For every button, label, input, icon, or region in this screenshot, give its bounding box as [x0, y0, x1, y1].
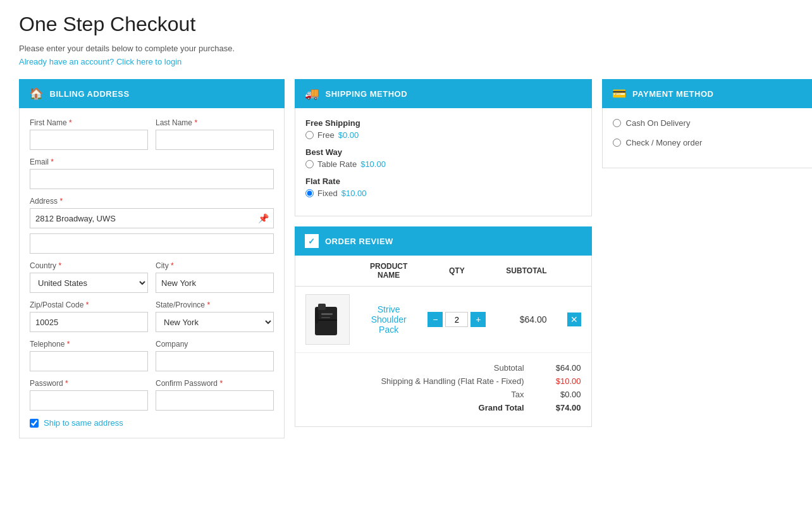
confirm-password-group: Confirm Password * — [156, 379, 274, 411]
remove-cell: ✕ — [557, 287, 591, 353]
fixed-option: Fixed $10.00 — [305, 189, 581, 198]
payment-section: 💳 PAYMENT METHOD Cash On Delivery Check … — [602, 79, 812, 438]
company-label: Company — [156, 340, 274, 349]
password-label: Password * — [30, 379, 148, 388]
svg-rect-2 — [321, 313, 333, 315]
check-money-label: Check / Money order — [626, 138, 703, 147]
company-group: Company — [156, 340, 274, 371]
order-totals: Subtotal $64.00 Shipping & Handling (Fla… — [295, 353, 591, 426]
tax-label: Tax — [360, 390, 524, 399]
password-group: Password * — [30, 379, 148, 411]
order-review-header: ✓ ORDER REVIEW — [295, 226, 592, 256]
qty-increase-button[interactable]: + — [471, 312, 486, 327]
shipping-header: 🚚 SHIPPING METHOD — [295, 79, 592, 108]
last-name-group: Last Name * — [156, 118, 274, 150]
best-way-title: Best Way — [305, 147, 581, 157]
email-input[interactable] — [30, 169, 274, 189]
login-link[interactable]: Already have an account? Click here to l… — [19, 57, 793, 66]
flat-rate-group: Flat Rate Fixed $10.00 — [305, 176, 581, 198]
page-subtitle: Please enter your details below to compl… — [19, 44, 793, 53]
card-icon: 💳 — [612, 87, 627, 101]
table-rate-option: Table Rate $10.00 — [305, 159, 581, 169]
last-name-label: Last Name * — [156, 118, 274, 127]
first-name-group: First Name * — [30, 118, 148, 150]
svg-rect-1 — [318, 304, 326, 310]
qty-input[interactable] — [445, 312, 468, 327]
grand-total-row: Grand Total $74.00 — [305, 403, 581, 412]
col-remove — [557, 256, 591, 287]
country-label: Country * — [30, 261, 148, 270]
payment-header: 💳 PAYMENT METHOD — [602, 79, 812, 108]
telephone-label: Telephone * — [30, 340, 148, 349]
qty-cell: − + — [417, 287, 496, 353]
address-input-2[interactable] — [30, 233, 274, 254]
cash-on-delivery-option: Cash On Delivery — [613, 118, 812, 128]
confirm-password-label: Confirm Password * — [156, 379, 274, 388]
home-icon: 🏠 — [29, 87, 44, 101]
product-name-link[interactable]: Strive Shoulder Pack — [371, 304, 407, 335]
state-label: State/Province * — [156, 300, 274, 309]
subtotal-cell: $64.00 — [496, 287, 557, 353]
city-input[interactable] — [156, 273, 274, 293]
address-label: Address * — [30, 197, 274, 206]
shipping-free-group: Free Shipping Free $0.00 — [305, 118, 581, 140]
free-shipping-option: Free $0.00 — [305, 130, 581, 140]
table-rate-price: $10.00 — [360, 159, 386, 169]
first-name-input[interactable] — [30, 130, 148, 150]
free-label: Free — [317, 130, 335, 140]
last-name-input[interactable] — [156, 130, 274, 150]
item-subtotal: $64.00 — [520, 314, 547, 325]
first-name-label: First Name * — [30, 118, 148, 127]
check-icon: ✓ — [305, 234, 319, 248]
shipping-section: 🚚 SHIPPING METHOD Free Shipping Free $0.… — [295, 79, 592, 216]
ship-same-label: Ship to same address — [44, 418, 123, 428]
shipping-total-value: $10.00 — [537, 376, 581, 386]
truck-icon: 🚚 — [305, 87, 319, 101]
check-money-radio[interactable] — [613, 139, 621, 147]
order-table: PRODUCT NAME QTY SUBTOTAL — [295, 256, 591, 353]
bag-svg — [312, 300, 343, 338]
shipping-total-row: Shipping & Handling (Flat Rate - Fixed) … — [305, 376, 581, 386]
order-review-body: PRODUCT NAME QTY SUBTOTAL — [295, 256, 592, 427]
middle-column: 🚚 SHIPPING METHOD Free Shipping Free $0.… — [295, 79, 592, 438]
city-group: City * — [156, 261, 274, 293]
shipping-body: Free Shipping Free $0.00 Best Way Table … — [295, 108, 592, 216]
fixed-label: Fixed — [317, 189, 338, 198]
check-money-option: Check / Money order — [613, 138, 812, 147]
country-select[interactable]: United States Canada United Kingdom — [30, 273, 148, 293]
order-review-section: ✓ ORDER REVIEW PRODUCT NAME QTY SUBTOTAL — [295, 226, 592, 427]
remove-item-button[interactable]: ✕ — [567, 313, 581, 326]
tax-row: Tax $0.00 — [305, 390, 581, 399]
state-select[interactable]: New York California Texas Florida — [156, 312, 274, 332]
ship-same-checkbox[interactable] — [30, 419, 39, 428]
fixed-price: $10.00 — [341, 189, 367, 198]
svg-rect-3 — [321, 317, 330, 318]
tax-value: $0.00 — [537, 390, 581, 399]
company-input[interactable] — [156, 351, 274, 371]
zip-input[interactable] — [30, 312, 148, 332]
city-label: City * — [156, 261, 274, 270]
billing-body: First Name * Last Name * Email * Address… — [19, 108, 285, 438]
email-group: Email * — [30, 158, 274, 189]
table-rate-radio[interactable] — [305, 160, 314, 168]
qty-decrease-button[interactable]: − — [428, 312, 443, 327]
telephone-input[interactable] — [30, 351, 148, 371]
free-shipping-radio[interactable] — [305, 131, 314, 139]
state-group: State/Province * New York California Tex… — [156, 300, 274, 332]
grand-total-label: Grand Total — [360, 403, 524, 412]
confirm-password-input[interactable] — [156, 390, 274, 411]
password-input[interactable] — [30, 390, 148, 411]
payment-body: Cash On Delivery Check / Money order — [602, 108, 812, 168]
col-product-name: PRODUCT NAME — [360, 256, 417, 287]
col-subtotal: SUBTOTAL — [496, 256, 557, 287]
cash-on-delivery-label: Cash On Delivery — [626, 118, 691, 128]
fixed-radio[interactable] — [305, 189, 314, 197]
subtotal-label: Subtotal — [360, 363, 524, 373]
col-image — [295, 256, 360, 287]
cash-on-delivery-radio[interactable] — [613, 119, 621, 127]
product-name-cell: Strive Shoulder Pack — [360, 287, 417, 353]
address-input-1[interactable] — [30, 208, 274, 228]
table-rate-label: Table Rate — [317, 159, 357, 169]
zip-group: Zip/Postal Code * — [30, 300, 148, 332]
email-label: Email * — [30, 158, 274, 166]
